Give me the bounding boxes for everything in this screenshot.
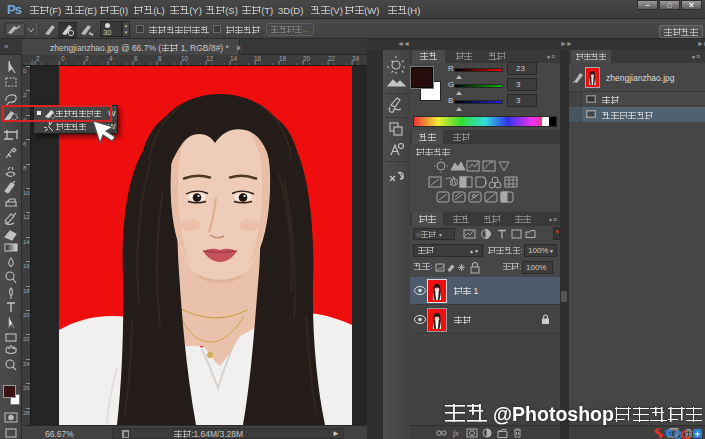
svg-text:fx: fx [453,429,459,438]
